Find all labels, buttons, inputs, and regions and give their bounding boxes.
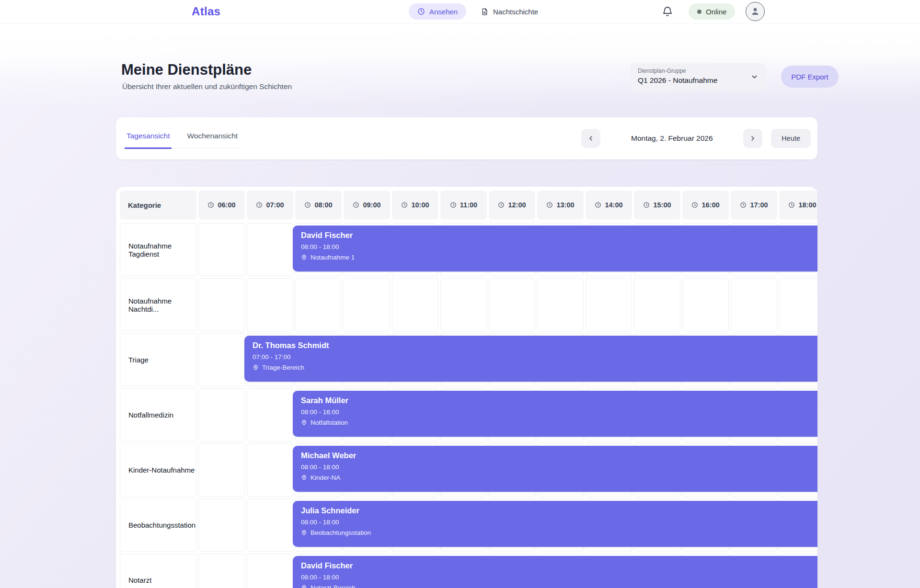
grid-cell-06:00	[198, 223, 245, 276]
schedule-row: Kinder-NotaufnahmeMichael Weber08:00 - 1…	[120, 443, 817, 497]
shift-time-range: 07:00 - 17:00	[253, 353, 817, 361]
clock-icon	[401, 202, 408, 208]
pdf-export-button[interactable]: PDF Export	[781, 66, 839, 88]
grid-cell-14:00	[586, 278, 632, 331]
next-day-button[interactable]	[743, 129, 762, 148]
shift-location-label: Beobachtungsstation	[310, 529, 371, 536]
shift-location-label: Notarzt-Bereich	[310, 584, 356, 588]
group-select-value: Q1 2026 - Notaufnahme	[638, 76, 717, 85]
shift-employee-name: David Fischer	[301, 231, 817, 240]
prev-day-button[interactable]	[581, 129, 600, 148]
today-button[interactable]: Heute	[771, 129, 811, 148]
location-pin-icon	[301, 419, 307, 426]
shift-event[interactable]: Michael Weber08:00 - 18:00Kinder-NA	[293, 446, 817, 492]
category-cell: Notaufnahme Nachtdi...	[120, 278, 196, 331]
schedule-row: TriageDr. Thomas Schmidt07:00 - 17:00Tri…	[120, 333, 817, 386]
schedule-row: Notaufnahme TagdienstDavid Fischer08:00 …	[120, 223, 817, 276]
shift-time-range: 08:00 - 18:00	[301, 574, 817, 581]
clock-icon	[691, 202, 698, 208]
nightshift-link[interactable]: Nachtschichte	[481, 3, 538, 20]
schedule-grid: Kategorie06:0007:0008:0009:0010:0011:001…	[120, 191, 817, 588]
time-header-label: 13:00	[556, 201, 574, 209]
grid-cell-06:00	[198, 333, 245, 386]
page-header: Meine Dienstpläne Übersicht Ihrer aktuel…	[0, 23, 920, 104]
time-header-label: 16:00	[702, 201, 719, 209]
view-toolbar: Tagesansicht Wochenansicht Montag, 2. Fe…	[116, 117, 817, 159]
location-pin-icon	[301, 530, 307, 536]
grid-cell-07:00	[247, 498, 293, 552]
time-header-label: 17:00	[750, 201, 768, 209]
clock-icon	[546, 202, 553, 208]
time-header-08:00: 08:00	[295, 191, 342, 219]
top-navbar: Atlas Ansehen Nachtschichte Online	[0, 0, 920, 23]
shift-location-label: Notfallstation	[310, 419, 348, 426]
bell-icon[interactable]	[662, 6, 673, 17]
tab-tagesansicht[interactable]: Tagesansicht	[125, 132, 172, 149]
grid-cell-07:00	[247, 223, 293, 276]
shift-event[interactable]: David Fischer08:00 - 18:00Notaufnahme 1	[293, 226, 817, 271]
shift-time-range: 08:00 - 18:00	[301, 464, 817, 471]
status-badge-label: Online	[706, 8, 726, 16]
category-cell: Beobachtungsstation	[120, 498, 196, 552]
shift-time-range: 08:00 - 16:00	[301, 408, 817, 416]
group-select[interactable]: Dienstplan-Gruppe Q1 2026 - Notaufnahme	[630, 63, 766, 90]
shift-event[interactable]: Sarah Müller08:00 - 16:00Notfallstation	[293, 391, 817, 437]
shift-event[interactable]: Julia Schneider08:00 - 18:00Beobachtungs…	[293, 501, 817, 547]
page-subtitle: Übersicht Ihrer aktuellen und zukünftige…	[122, 82, 292, 91]
category-cell: Notaufnahme Tagdienst	[120, 223, 196, 276]
time-header-label: 09:00	[363, 201, 380, 209]
schedule-row: Notaufnahme Nachtdi...	[120, 278, 817, 331]
grid-cell-09:00	[344, 278, 390, 331]
clock-icon	[788, 202, 795, 208]
shift-employee-name: Sarah Müller	[301, 396, 817, 405]
view-button[interactable]: Ansehen	[409, 3, 466, 20]
time-header-07:00: 07:00	[247, 191, 293, 219]
time-header-label: 15:00	[653, 201, 671, 209]
category-cell: Notarzt	[120, 554, 196, 588]
clock-icon	[498, 202, 505, 208]
chevron-right-icon	[749, 135, 757, 142]
time-header-06:00: 06:00	[198, 191, 245, 219]
time-header-15:00: 15:00	[634, 191, 680, 219]
grid-cell-17:00	[731, 278, 777, 331]
clock-icon	[353, 202, 359, 208]
nightshift-link-label: Nachtschichte	[493, 8, 538, 16]
shift-event[interactable]: David Fischer08:00 - 18:00Notarzt-Bereic…	[293, 556, 817, 588]
location-pin-icon	[301, 254, 307, 260]
grid-cell-07:00	[247, 554, 293, 588]
time-header-label: 14:00	[605, 201, 622, 209]
status-badge[interactable]: Online	[689, 3, 735, 20]
grid-cell-13:00	[537, 278, 584, 331]
schedule-row: NotarztDavid Fischer08:00 - 18:00Notarzt…	[120, 554, 817, 588]
avatar[interactable]	[746, 2, 765, 21]
shift-location-label: Kinder-NA	[310, 474, 340, 481]
time-header-16:00: 16:00	[682, 191, 729, 219]
shift-location: Kinder-NA	[301, 474, 817, 481]
tab-wochenansicht[interactable]: Wochenansicht	[185, 132, 240, 149]
chevron-down-icon	[750, 73, 759, 81]
time-header-label: 08:00	[314, 201, 332, 209]
grid-cell-07:00	[247, 388, 293, 441]
date-navigation: Montag, 2. Februar 2026 Heute	[581, 129, 811, 148]
time-header-label: 12:00	[508, 201, 526, 209]
grid-cell-06:00	[198, 554, 245, 588]
category-cell: Kinder-Notaufnahme	[120, 443, 196, 497]
clock-icon	[643, 202, 650, 208]
shift-event[interactable]: Dr. Thomas Schmidt07:00 - 17:00Triage-Be…	[244, 336, 817, 382]
grid-cell-06:00	[198, 443, 245, 497]
shift-location: Notaufnahme 1	[301, 254, 817, 261]
grid-cell-06:00	[198, 278, 245, 331]
time-header-label: 06:00	[218, 201, 235, 209]
time-header-17:00: 17:00	[731, 191, 777, 219]
page-title: Meine Dienstpläne	[121, 61, 252, 79]
clock-icon	[740, 202, 747, 208]
document-icon	[481, 8, 489, 16]
grid-cell-15:00	[634, 278, 680, 331]
grid-cell-18:00	[779, 278, 817, 331]
shift-location-label: Notaufnahme 1	[310, 254, 355, 261]
grid-cell-12:00	[489, 278, 535, 331]
grid-cell-11:00	[440, 278, 487, 331]
shift-time-range: 08:00 - 18:00	[301, 243, 817, 250]
category-cell: Notfallmedizin	[120, 388, 196, 441]
shift-employee-name: Julia Schneider	[301, 506, 817, 515]
